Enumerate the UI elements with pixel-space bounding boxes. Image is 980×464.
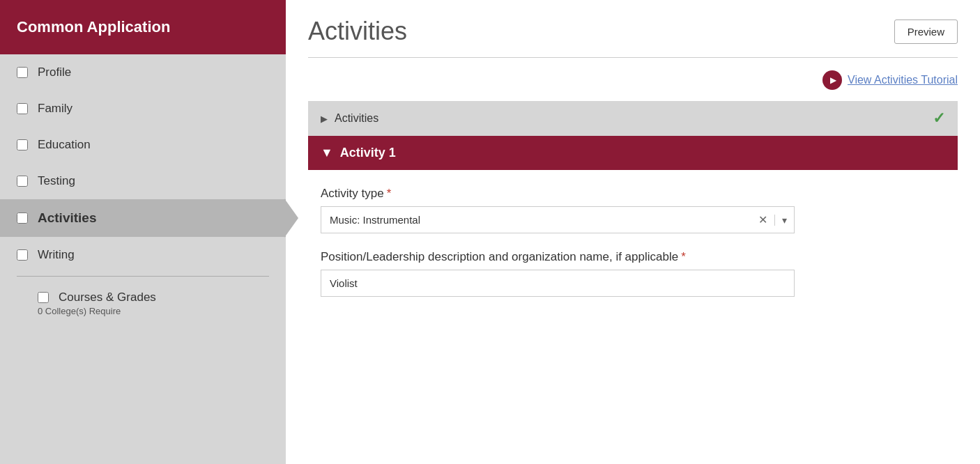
activities-section-header[interactable]: ▶ Activities ✓ [308,101,958,136]
clear-icon[interactable]: ✕ [751,213,774,226]
checkmark-icon: ✓ [933,109,945,127]
sidebar-item-testing[interactable]: Testing [0,163,286,199]
app-title-text: Common Application [17,18,170,36]
testing-checkbox[interactable] [17,176,28,187]
activity-type-label-text: Activity type [321,187,384,200]
activity-type-select[interactable]: Music: Instrumental ✕ ▾ [321,206,795,233]
sidebar-item-courses[interactable]: Courses & Grades 0 College(s) Require [0,279,286,327]
courses-checkbox[interactable] [38,292,49,303]
tutorial-link[interactable]: View Activities Tutorial [848,74,958,86]
activity-type-value: Music: Instrumental [321,207,751,233]
sidebar-item-family[interactable]: Family [0,91,286,127]
writing-checkbox[interactable] [17,249,28,261]
sidebar-divider [17,276,269,277]
profile-label: Profile [38,65,71,79]
sidebar-item-education[interactable]: Education [0,127,286,163]
activities-checkbox[interactable] [17,212,28,224]
position-input[interactable] [321,270,795,297]
courses-label: Courses & Grades [59,291,156,304]
position-label-text: Position/Leadership description and orga… [321,250,678,263]
tutorial-row: View Activities Tutorial [308,70,958,90]
activity-type-label: Activity type* [321,187,945,201]
sidebar-nav: Profile Family Education Testing Activit… [0,54,286,464]
activities-label: Activities [38,210,96,226]
activity1-title: Activity 1 [340,146,396,160]
activities-section-text: Activities [335,112,378,125]
app-title: Common Application [0,0,286,54]
family-checkbox[interactable] [17,103,28,114]
main-content: Activities Preview View Activities Tutor… [286,0,980,464]
sidebar-item-writing[interactable]: Writing [0,237,286,273]
required-star-2: * [681,250,686,263]
writing-label: Writing [38,248,75,262]
required-star-1: * [387,187,392,200]
page-title: Activities [308,17,407,46]
testing-label: Testing [38,174,75,188]
family-label: Family [38,102,72,116]
position-label: Position/Leadership description and orga… [321,250,945,264]
education-checkbox[interactable] [17,139,28,150]
activity1-header[interactable]: ▼ Activity 1 [308,136,958,170]
profile-checkbox[interactable] [17,67,28,78]
courses-sublabel: 0 College(s) Require [38,306,121,316]
sidebar-item-activities[interactable]: Activities [0,199,286,237]
dropdown-arrow-icon[interactable]: ▾ [774,215,794,226]
chevron-right-icon: ▶ [321,114,328,124]
main-divider [308,57,958,58]
sidebar: Common Application Profile Family Educat… [0,0,286,464]
activities-section-label: ▶ Activities [321,112,378,125]
activity1-content: Activity type* Music: Instrumental ✕ ▾ P… [308,170,958,314]
sidebar-item-profile[interactable]: Profile [0,54,286,91]
play-icon[interactable] [822,70,842,90]
preview-button[interactable]: Preview [894,20,958,44]
education-label: Education [38,138,91,152]
main-header: Activities Preview [308,17,958,46]
chevron-down-icon: ▼ [321,146,333,160]
